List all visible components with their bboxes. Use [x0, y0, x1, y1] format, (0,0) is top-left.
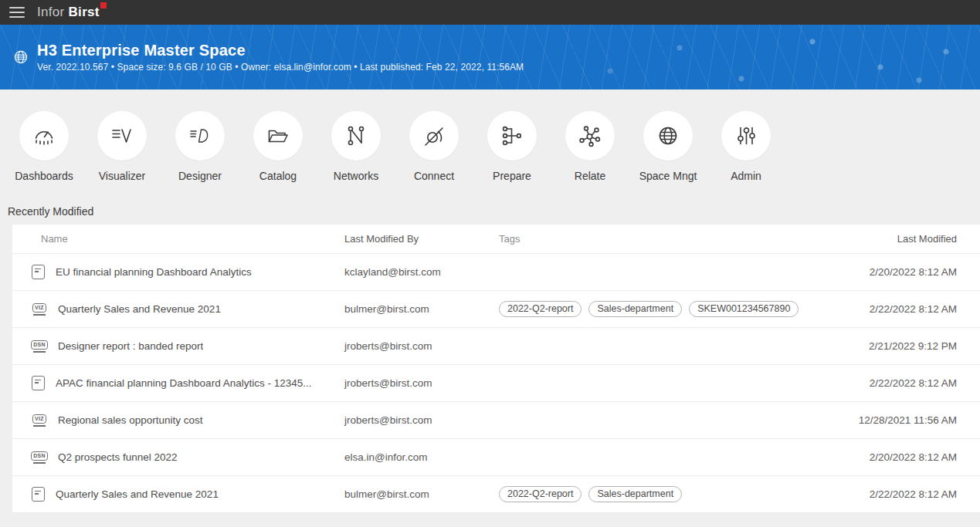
dsn-file-icon: DSN	[32, 340, 47, 353]
visualizer-icon	[110, 123, 134, 148]
space-meta: Ver. 2022.10.567 • Space size: 9.6 GB / …	[37, 62, 524, 73]
table-row[interactable]: DSN Designer report : banded report jrob…	[12, 328, 980, 365]
row-modified-by: elsa.in@infor.com	[344, 451, 499, 463]
brand-birst: Birst	[69, 5, 100, 20]
hamburger-menu-icon[interactable]	[9, 7, 25, 18]
networks-icon	[344, 123, 368, 148]
column-header-last-modified-by[interactable]: Last Modified By	[344, 233, 499, 245]
row-last-modified: 2/21/2022 9:12 PM	[843, 340, 980, 352]
row-last-modified: 12/28/2021 11:56 AM	[843, 414, 980, 426]
row-modified-by: jroberts@birst.com	[344, 340, 499, 352]
module-circle	[409, 111, 459, 160]
column-header-last-modified[interactable]: Last Modified	[843, 233, 980, 245]
module-circle	[487, 111, 537, 160]
gauge-icon	[32, 123, 56, 148]
dashboard-file-icon	[32, 487, 45, 502]
module-label: Dashboards	[15, 170, 73, 182]
module-visualizer[interactable]: Visualizer	[87, 111, 157, 182]
dashboard-file-icon	[32, 376, 45, 390]
row-modified-by: jroberts@birst.com	[344, 377, 499, 389]
module-launcher: Dashboards Visualizer Designer	[0, 90, 980, 182]
column-header-tags[interactable]: Tags	[499, 233, 843, 245]
sliders-icon	[734, 123, 758, 148]
row-tags: 2022-Q2-report Sales-department	[499, 486, 843, 502]
row-name: APAC financial planning Dashboard Analyt…	[56, 377, 311, 389]
row-name: EU financial planning Dashboard Analytic…	[56, 266, 252, 278]
folder-icon	[266, 123, 290, 148]
space-banner-text: H3 Enterprise Master Space Ver. 2022.10.…	[37, 42, 524, 73]
tag-pill: Sales-department	[588, 486, 682, 502]
module-label: Admin	[731, 170, 761, 182]
module-circle	[19, 111, 69, 160]
module-space-mngt[interactable]: Space Mngt	[633, 111, 703, 182]
module-label: Designer	[178, 170, 222, 182]
module-dashboards[interactable]: Dashboards	[9, 111, 79, 182]
recently-modified-table: Name Last Modified By Tags Last Modified…	[12, 225, 980, 513]
module-label: Relate	[575, 170, 605, 182]
viz-file-icon: VIZ	[32, 303, 47, 316]
module-networks[interactable]: Networks	[321, 111, 391, 182]
row-modified-by: jroberts@birst.com	[344, 414, 499, 426]
module-catalog[interactable]: Catalog	[243, 111, 313, 182]
tag-pill: Sales-department	[588, 301, 682, 317]
row-last-modified: 2/22/2022 8:12 AM	[843, 377, 980, 389]
row-last-modified: 2/22/2022 8:12 AM	[843, 488, 980, 500]
module-label: Visualizer	[99, 170, 145, 182]
tag-pill: SKEW001234567890	[689, 301, 799, 317]
brand-infor: Infor	[37, 5, 65, 20]
module-circle	[253, 111, 303, 160]
module-label: Space Mngt	[639, 170, 697, 182]
module-circle	[643, 111, 693, 160]
tag-pill: 2022-Q2-report	[499, 301, 582, 317]
row-last-modified: 2/22/2022 8:12 AM	[843, 303, 980, 315]
row-name: Designer report : banded report	[58, 340, 203, 352]
module-circle	[175, 111, 225, 160]
connect-icon	[422, 123, 446, 148]
row-name: Quarterly Sales and Revenue 2021	[58, 303, 221, 315]
module-label: Networks	[334, 170, 378, 182]
row-last-modified: 2/20/2022 8:12 AM	[843, 451, 980, 463]
module-label: Connect	[414, 170, 454, 182]
brand-red-square	[100, 2, 107, 8]
tag-pill: 2022-Q2-report	[499, 486, 582, 502]
globe-icon	[656, 123, 680, 148]
module-label: Prepare	[493, 170, 531, 182]
row-tags: 2022-Q2-report Sales-department SKEW0012…	[499, 301, 843, 317]
column-header-name[interactable]: Name	[12, 233, 344, 245]
table-row[interactable]: APAC financial planning Dashboard Analyt…	[12, 365, 980, 402]
dsn-file-icon: DSN	[32, 451, 47, 464]
table-row[interactable]: VIZ Regional sales opportunity cost jrob…	[12, 402, 980, 439]
dashboard-file-icon	[32, 265, 45, 279]
module-circle	[331, 111, 381, 160]
row-modified-by: kclayland@birst.com	[344, 266, 499, 278]
row-name: Q2 prospects funnel 2022	[58, 451, 178, 463]
table-row[interactable]: Quarterly Sales and Revenue 2021 bulmer@…	[12, 476, 980, 513]
table-header-row: Name Last Modified By Tags Last Modified	[12, 225, 980, 254]
table-row[interactable]: VIZ Quarterly Sales and Revenue 2021 bul…	[12, 291, 980, 328]
module-prepare[interactable]: Prepare	[477, 111, 547, 182]
space-title: H3 Enterprise Master Space	[37, 42, 524, 59]
module-connect[interactable]: Connect	[399, 111, 469, 182]
table-row[interactable]: DSN Q2 prospects funnel 2022 elsa.in@inf…	[12, 439, 980, 476]
brand-logo: Infor Birst	[37, 5, 107, 20]
row-name: Quarterly Sales and Revenue 2021	[56, 488, 219, 500]
prepare-icon	[500, 123, 524, 148]
row-modified-by: bulmer@birst.com	[344, 303, 499, 315]
module-circle	[565, 111, 615, 160]
module-relate[interactable]: Relate	[555, 111, 625, 182]
relate-icon	[578, 123, 602, 148]
module-circle	[97, 111, 147, 160]
module-designer[interactable]: Designer	[165, 111, 235, 182]
row-last-modified: 2/20/2022 8:12 AM	[843, 266, 980, 278]
viz-file-icon: VIZ	[32, 414, 47, 427]
module-admin[interactable]: Admin	[711, 111, 781, 182]
row-name: Regional sales opportunity cost	[58, 414, 203, 426]
top-app-bar: Infor Birst	[0, 0, 980, 25]
table-row[interactable]: EU financial planning Dashboard Analytic…	[12, 254, 980, 291]
module-circle	[721, 111, 771, 160]
recently-modified-title: Recently Modified	[0, 182, 980, 225]
space-globe-icon	[12, 49, 29, 66]
module-label: Catalog	[259, 170, 297, 182]
space-banner: H3 Enterprise Master Space Ver. 2022.10.…	[0, 25, 980, 90]
row-modified-by: bulmer@birst.com	[344, 488, 499, 500]
